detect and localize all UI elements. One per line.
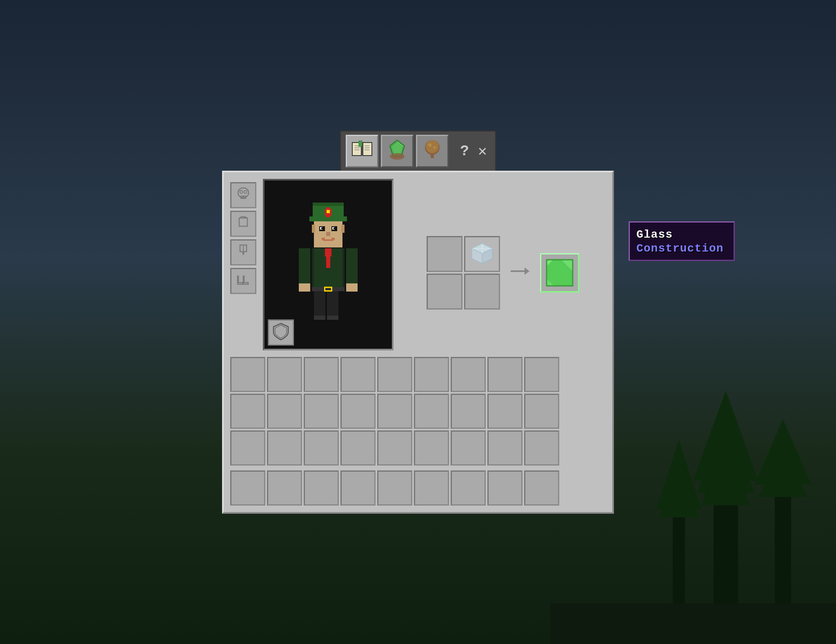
svg-rect-64 (323, 239, 333, 241)
help-button[interactable]: ? (457, 143, 472, 160)
inv-slot-22[interactable] (377, 430, 412, 466)
svg-point-32 (240, 191, 243, 194)
inv-slot-6[interactable] (451, 357, 486, 392)
tooltip: Glass Construction (629, 221, 735, 261)
toolbar: ? ✕ (340, 130, 496, 171)
legs-slot[interactable] (230, 239, 256, 265)
glass-block-sprite (470, 242, 494, 266)
top-section (230, 179, 606, 350)
inv-slot-10[interactable] (267, 394, 302, 429)
inv-slot-19[interactable] (267, 430, 302, 466)
craft-slot-0-1[interactable] (464, 236, 500, 272)
svg-rect-60 (334, 227, 335, 229)
svg-rect-37 (314, 289, 325, 318)
inv-slot-2[interactable] (304, 357, 339, 392)
head-slot[interactable] (230, 182, 256, 208)
svg-rect-50 (299, 283, 310, 292)
inv-slot-18[interactable] (230, 430, 265, 466)
chest-icon (236, 215, 251, 233)
close-button[interactable]: ✕ (475, 142, 490, 160)
tab-book[interactable] (346, 135, 378, 167)
svg-rect-70 (327, 210, 330, 213)
hotbar-slot-3[interactable] (340, 470, 376, 506)
crafting-grid (427, 236, 500, 310)
crafting-area (400, 179, 606, 350)
inv-slot-12[interactable] (340, 394, 376, 429)
inventory-grid (230, 357, 606, 466)
hotbar-separator (230, 467, 606, 470)
svg-marker-80 (525, 267, 529, 275)
equipment-column (230, 179, 256, 350)
arrow-icon (510, 265, 530, 277)
craft-slot-0-0[interactable] (427, 236, 462, 272)
inventory-section (230, 357, 606, 506)
svg-rect-10 (550, 603, 836, 644)
character-display (263, 179, 394, 350)
inv-slot-25[interactable] (487, 430, 522, 466)
svg-rect-51 (346, 283, 358, 292)
svg-rect-53 (312, 225, 315, 233)
inv-slot-20[interactable] (304, 430, 339, 466)
svg-rect-20 (359, 141, 362, 147)
svg-rect-48 (299, 248, 310, 285)
svg-rect-39 (314, 316, 325, 320)
feet-slot[interactable] (230, 268, 256, 294)
inv-slot-14[interactable] (414, 394, 449, 429)
svg-point-30 (434, 146, 436, 149)
hotbar (230, 470, 606, 506)
tab-gems[interactable] (381, 135, 414, 167)
gems-icon (387, 138, 408, 164)
tooltip-title: Glass (636, 227, 727, 242)
tooltip-subtitle: Construction (636, 242, 727, 255)
hotbar-slot-4[interactable] (377, 470, 412, 506)
hotbar-slot-7[interactable] (487, 470, 522, 506)
inv-slot-26[interactable] (524, 430, 559, 466)
inv-slot-8[interactable] (524, 357, 559, 392)
svg-point-25 (390, 153, 405, 160)
character-sprite (291, 195, 365, 334)
hotbar-slot-5[interactable] (414, 470, 449, 506)
svg-rect-67 (313, 203, 344, 206)
chest-slot[interactable] (230, 211, 256, 237)
inv-slot-15[interactable] (451, 394, 486, 429)
craft-slot-1-1[interactable] (464, 274, 500, 310)
inv-slot-3[interactable] (340, 357, 376, 392)
legs-icon (236, 243, 251, 261)
svg-rect-49 (346, 248, 358, 285)
craft-arrow (510, 264, 530, 282)
hotbar-slot-2[interactable] (304, 470, 339, 506)
svg-rect-44 (326, 256, 330, 268)
hotbar-slot-0[interactable] (230, 470, 265, 506)
hotbar-slot-6[interactable] (451, 470, 486, 506)
inv-slot-23[interactable] (414, 430, 449, 466)
green-glass-pane-sprite (545, 258, 574, 287)
shield-icon (273, 323, 289, 343)
svg-rect-54 (341, 225, 345, 233)
inv-slot-16[interactable] (487, 394, 522, 429)
inv-slot-24[interactable] (451, 430, 486, 466)
inv-slot-5[interactable] (414, 357, 449, 392)
shield-slot[interactable] (268, 319, 294, 345)
inv-slot-7[interactable] (487, 357, 522, 392)
hotbar-slot-1[interactable] (267, 470, 302, 506)
ui-container: ? ✕ Glass Construction (222, 130, 614, 514)
svg-rect-59 (321, 227, 323, 229)
svg-rect-38 (327, 289, 338, 318)
craft-slot-1-0[interactable] (427, 274, 462, 310)
hotbar-slot-8[interactable] (524, 470, 559, 506)
svg-rect-61 (326, 232, 330, 236)
svg-rect-12 (363, 143, 372, 156)
tab-nature[interactable] (416, 135, 449, 167)
inv-slot-13[interactable] (377, 394, 412, 429)
result-slot[interactable] (540, 253, 579, 292)
main-panel: Glass Construction (222, 171, 614, 514)
svg-point-29 (428, 143, 431, 147)
inv-slot-4[interactable] (377, 357, 412, 392)
inv-slot-11[interactable] (304, 394, 339, 429)
inv-slot-9[interactable] (230, 394, 265, 429)
inv-slot-0[interactable] (230, 357, 265, 392)
inv-slot-1[interactable] (267, 357, 302, 392)
inv-slot-17[interactable] (524, 394, 559, 429)
svg-point-33 (244, 191, 247, 194)
inv-slot-21[interactable] (340, 430, 376, 466)
